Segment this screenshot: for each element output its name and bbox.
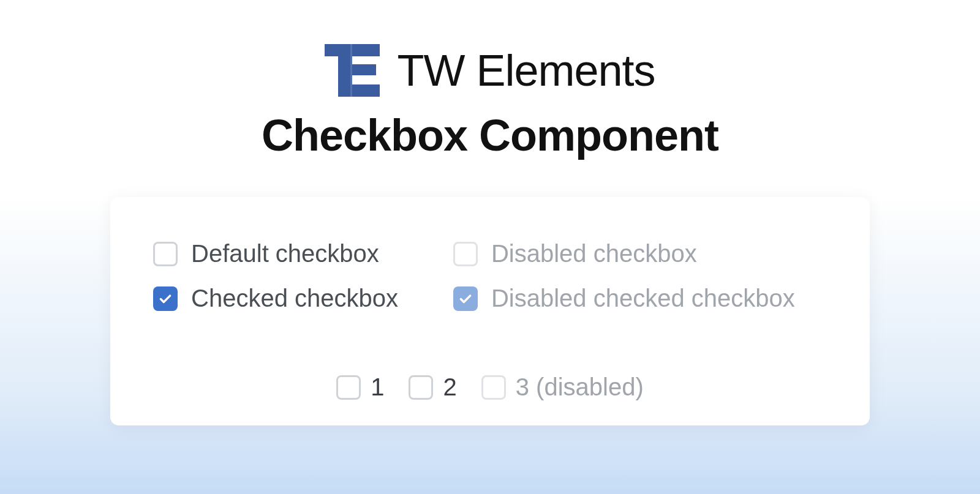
- checkbox-disabled-label: Disabled checkbox: [491, 240, 697, 268]
- checkbox-checked-item: Checked checkbox: [153, 285, 398, 312]
- svg-rect-3: [352, 64, 376, 75]
- checkbox-disabled-checked-label: Disabled checked checkbox: [491, 285, 795, 312]
- brand-logo-icon: [325, 43, 380, 98]
- page-header: TW Elements Checkbox Component: [262, 43, 718, 160]
- check-icon: [157, 291, 173, 307]
- demo-card: Default checkbox Checked checkbox Disabl…: [110, 197, 870, 425]
- checkbox-disabled-item: Disabled checkbox: [453, 240, 795, 268]
- svg-rect-4: [352, 84, 380, 97]
- inline-checkbox-3-item: 3 (disabled): [481, 373, 644, 401]
- checkbox-checked[interactable]: [153, 286, 178, 311]
- brand-name: TW Elements: [397, 45, 655, 95]
- inline-checkbox-2-label[interactable]: 2: [443, 373, 456, 401]
- inline-checkbox-3: [481, 375, 506, 400]
- checkbox-examples-row: Default checkbox Checked checkbox Disabl…: [153, 240, 827, 312]
- checkbox-checked-label[interactable]: Checked checkbox: [191, 285, 398, 312]
- inline-checkbox-1[interactable]: [336, 375, 361, 400]
- inline-checkboxes-row: 1 2 3 (disabled): [153, 373, 827, 401]
- svg-rect-5: [350, 44, 352, 97]
- inline-checkbox-3-label: 3 (disabled): [516, 373, 644, 401]
- col-disabled: Disabled checkbox Disabled checked check…: [453, 240, 795, 312]
- col-enabled: Default checkbox Checked checkbox: [153, 240, 398, 312]
- checkbox-default-item: Default checkbox: [153, 240, 398, 268]
- page-title: Checkbox Component: [262, 110, 718, 160]
- checkbox-default-label[interactable]: Default checkbox: [191, 240, 379, 268]
- checkbox-disabled-checked-item: Disabled checked checkbox: [453, 285, 795, 312]
- checkbox-default[interactable]: [153, 242, 178, 266]
- svg-rect-2: [352, 44, 380, 56]
- svg-rect-1: [338, 44, 350, 97]
- inline-checkbox-2[interactable]: [409, 375, 433, 400]
- checkbox-disabled-checked: [453, 286, 478, 311]
- checkbox-disabled: [453, 242, 478, 266]
- brand-row: TW Elements: [325, 43, 655, 98]
- inline-checkbox-1-item: 1: [336, 373, 384, 401]
- inline-checkbox-1-label[interactable]: 1: [371, 373, 384, 401]
- inline-checkbox-2-item: 2: [409, 373, 456, 401]
- check-icon: [458, 291, 473, 307]
